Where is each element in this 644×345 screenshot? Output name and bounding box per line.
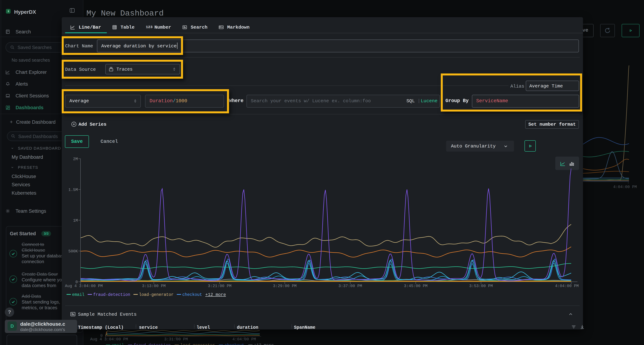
svg-text:4:04:00 PM: 4:04:00 PM [555, 284, 579, 288]
svg-text:load-generator: load-generator [139, 293, 174, 297]
svg-text:+12 more: +12 more [205, 292, 226, 297]
svg-text:3:29:00 PM: 3:29:00 PM [273, 284, 296, 288]
svg-text:3:45:00 PM: 3:45:00 PM [404, 284, 428, 288]
svg-text:fraud-detection: fraud-detection [93, 293, 130, 297]
svg-text:Aug 4 3:04:00 PM: Aug 4 3:04:00 PM [65, 284, 103, 288]
svg-text:3:21:00 PM: 3:21:00 PM [208, 284, 232, 288]
svg-text:1M: 1M [73, 218, 78, 223]
svg-text:500K: 500K [68, 249, 78, 254]
svg-text:3:53:00 PM: 3:53:00 PM [469, 284, 493, 288]
svg-text:email: email [72, 293, 84, 297]
svg-text:checkout: checkout [182, 293, 202, 297]
svg-text:3:37:00 PM: 3:37:00 PM [338, 284, 362, 288]
svg-text:2M: 2M [73, 157, 78, 161]
svg-text:3:13:00 PM: 3:13:00 PM [142, 284, 166, 288]
svg-text:1.5M: 1.5M [68, 188, 78, 192]
